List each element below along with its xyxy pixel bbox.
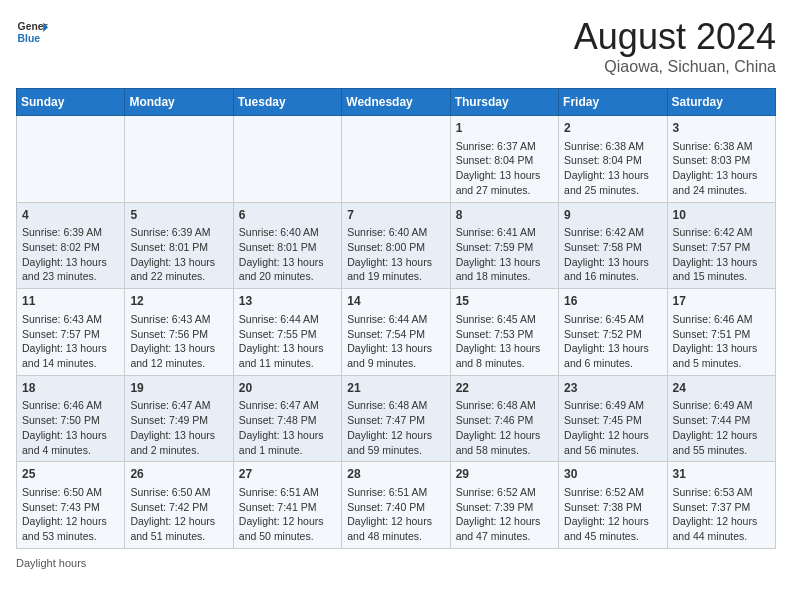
calendar-cell: 15Sunrise: 6:45 AMSunset: 7:53 PMDayligh… <box>450 289 558 376</box>
day-info: Sunrise: 6:52 AM <box>564 485 661 500</box>
day-number: 29 <box>456 466 553 483</box>
day-info: Daylight: 13 hours and 11 minutes. <box>239 341 336 370</box>
week-row-5: 25Sunrise: 6:50 AMSunset: 7:43 PMDayligh… <box>17 462 776 549</box>
calendar-cell: 3Sunrise: 6:38 AMSunset: 8:03 PMDaylight… <box>667 116 775 203</box>
day-info: Daylight: 13 hours and 19 minutes. <box>347 255 444 284</box>
col-header-friday: Friday <box>559 89 667 116</box>
day-info: Sunrise: 6:40 AM <box>239 225 336 240</box>
calendar-cell: 9Sunrise: 6:42 AMSunset: 7:58 PMDaylight… <box>559 202 667 289</box>
calendar-cell: 23Sunrise: 6:49 AMSunset: 7:45 PMDayligh… <box>559 375 667 462</box>
col-header-monday: Monday <box>125 89 233 116</box>
day-number: 5 <box>130 207 227 224</box>
day-info: Sunrise: 6:51 AM <box>239 485 336 500</box>
day-info: Sunset: 7:43 PM <box>22 500 119 515</box>
day-info: Daylight: 13 hours and 8 minutes. <box>456 341 553 370</box>
calendar-cell: 13Sunrise: 6:44 AMSunset: 7:55 PMDayligh… <box>233 289 341 376</box>
calendar-cell: 26Sunrise: 6:50 AMSunset: 7:42 PMDayligh… <box>125 462 233 549</box>
day-info: Sunset: 7:45 PM <box>564 413 661 428</box>
day-info: Sunrise: 6:45 AM <box>456 312 553 327</box>
day-info: Sunset: 7:54 PM <box>347 327 444 342</box>
day-info: Sunset: 7:55 PM <box>239 327 336 342</box>
day-number: 22 <box>456 380 553 397</box>
week-row-4: 18Sunrise: 6:46 AMSunset: 7:50 PMDayligh… <box>17 375 776 462</box>
day-info: Daylight: 13 hours and 23 minutes. <box>22 255 119 284</box>
calendar-cell: 14Sunrise: 6:44 AMSunset: 7:54 PMDayligh… <box>342 289 450 376</box>
day-info: Sunrise: 6:37 AM <box>456 139 553 154</box>
day-info: Sunset: 7:57 PM <box>673 240 770 255</box>
day-number: 9 <box>564 207 661 224</box>
day-info: Daylight: 12 hours and 48 minutes. <box>347 514 444 543</box>
day-info: Sunset: 8:02 PM <box>22 240 119 255</box>
day-info: Daylight: 13 hours and 27 minutes. <box>456 168 553 197</box>
day-number: 27 <box>239 466 336 483</box>
day-info: Daylight: 13 hours and 6 minutes. <box>564 341 661 370</box>
day-info: Sunset: 8:01 PM <box>239 240 336 255</box>
day-number: 17 <box>673 293 770 310</box>
day-number: 10 <box>673 207 770 224</box>
title-block: August 2024 Qiaowa, Sichuan, China <box>574 16 776 76</box>
logo-icon: General Blue <box>16 16 48 48</box>
day-info: Sunrise: 6:43 AM <box>22 312 119 327</box>
day-info: Sunset: 7:46 PM <box>456 413 553 428</box>
calendar-cell: 21Sunrise: 6:48 AMSunset: 7:47 PMDayligh… <box>342 375 450 462</box>
day-info: Daylight: 12 hours and 56 minutes. <box>564 428 661 457</box>
calendar-body: 1Sunrise: 6:37 AMSunset: 8:04 PMDaylight… <box>17 116 776 549</box>
day-number: 26 <box>130 466 227 483</box>
day-number: 25 <box>22 466 119 483</box>
day-info: Sunrise: 6:38 AM <box>673 139 770 154</box>
day-info: Daylight: 12 hours and 53 minutes. <box>22 514 119 543</box>
day-info: Daylight: 13 hours and 20 minutes. <box>239 255 336 284</box>
day-info: Sunrise: 6:42 AM <box>673 225 770 240</box>
day-number: 20 <box>239 380 336 397</box>
day-info: Daylight: 13 hours and 15 minutes. <box>673 255 770 284</box>
day-info: Sunset: 7:49 PM <box>130 413 227 428</box>
day-info: Sunrise: 6:39 AM <box>130 225 227 240</box>
day-info: Sunset: 7:40 PM <box>347 500 444 515</box>
day-info: Daylight: 13 hours and 12 minutes. <box>130 341 227 370</box>
day-info: Sunset: 7:50 PM <box>22 413 119 428</box>
col-header-tuesday: Tuesday <box>233 89 341 116</box>
day-info: Sunset: 7:41 PM <box>239 500 336 515</box>
day-info: Daylight: 13 hours and 16 minutes. <box>564 255 661 284</box>
day-number: 16 <box>564 293 661 310</box>
day-number: 2 <box>564 120 661 137</box>
day-info: Daylight: 13 hours and 2 minutes. <box>130 428 227 457</box>
day-info: Sunrise: 6:46 AM <box>673 312 770 327</box>
day-info: Daylight: 13 hours and 25 minutes. <box>564 168 661 197</box>
calendar-cell <box>17 116 125 203</box>
calendar-cell: 18Sunrise: 6:46 AMSunset: 7:50 PMDayligh… <box>17 375 125 462</box>
day-number: 6 <box>239 207 336 224</box>
day-info: Daylight: 13 hours and 14 minutes. <box>22 341 119 370</box>
calendar-cell: 19Sunrise: 6:47 AMSunset: 7:49 PMDayligh… <box>125 375 233 462</box>
day-number: 1 <box>456 120 553 137</box>
day-info: Daylight: 12 hours and 51 minutes. <box>130 514 227 543</box>
day-info: Sunset: 7:57 PM <box>22 327 119 342</box>
calendar-cell: 27Sunrise: 6:51 AMSunset: 7:41 PMDayligh… <box>233 462 341 549</box>
page-header: General Blue August 2024 Qiaowa, Sichuan… <box>16 16 776 76</box>
day-info: Sunrise: 6:53 AM <box>673 485 770 500</box>
calendar-table: SundayMondayTuesdayWednesdayThursdayFrid… <box>16 88 776 549</box>
day-info: Sunset: 7:52 PM <box>564 327 661 342</box>
day-info: Sunrise: 6:38 AM <box>564 139 661 154</box>
day-info: Sunrise: 6:48 AM <box>347 398 444 413</box>
logo: General Blue <box>16 16 48 48</box>
calendar-cell: 12Sunrise: 6:43 AMSunset: 7:56 PMDayligh… <box>125 289 233 376</box>
day-number: 4 <box>22 207 119 224</box>
day-info: Daylight: 13 hours and 22 minutes. <box>130 255 227 284</box>
col-header-saturday: Saturday <box>667 89 775 116</box>
calendar-cell: 24Sunrise: 6:49 AMSunset: 7:44 PMDayligh… <box>667 375 775 462</box>
col-header-sunday: Sunday <box>17 89 125 116</box>
calendar-cell: 10Sunrise: 6:42 AMSunset: 7:57 PMDayligh… <box>667 202 775 289</box>
day-info: Daylight: 12 hours and 55 minutes. <box>673 428 770 457</box>
day-info: Daylight: 13 hours and 9 minutes. <box>347 341 444 370</box>
week-row-3: 11Sunrise: 6:43 AMSunset: 7:57 PMDayligh… <box>17 289 776 376</box>
calendar-cell: 20Sunrise: 6:47 AMSunset: 7:48 PMDayligh… <box>233 375 341 462</box>
day-info: Sunrise: 6:42 AM <box>564 225 661 240</box>
day-info: Sunset: 7:44 PM <box>673 413 770 428</box>
day-info: Sunset: 8:04 PM <box>564 153 661 168</box>
calendar-cell: 2Sunrise: 6:38 AMSunset: 8:04 PMDaylight… <box>559 116 667 203</box>
day-info: Sunrise: 6:49 AM <box>564 398 661 413</box>
subtitle: Qiaowa, Sichuan, China <box>574 58 776 76</box>
day-info: Sunset: 7:38 PM <box>564 500 661 515</box>
day-info: Sunset: 8:03 PM <box>673 153 770 168</box>
